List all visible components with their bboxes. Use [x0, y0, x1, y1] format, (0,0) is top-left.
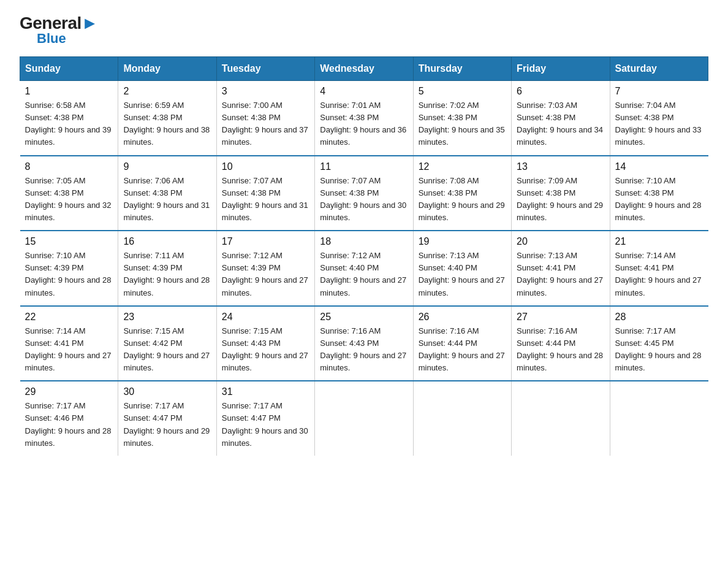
calendar-cell: 22Sunrise: 7:14 AMSunset: 4:41 PMDayligh…: [20, 306, 118, 381]
calendar-cell: 31Sunrise: 7:17 AMSunset: 4:47 PMDayligh…: [216, 381, 314, 456]
day-info: Sunrise: 7:07 AMSunset: 4:38 PMDaylight:…: [320, 175, 408, 224]
day-info: Sunrise: 7:05 AMSunset: 4:38 PMDaylight:…: [25, 175, 113, 224]
calendar-cell: 26Sunrise: 7:16 AMSunset: 4:44 PMDayligh…: [413, 306, 511, 381]
day-info: Sunrise: 7:02 AMSunset: 4:38 PMDaylight:…: [419, 99, 506, 149]
day-number: 5: [419, 86, 506, 97]
calendar-cell: 14Sunrise: 7:10 AMSunset: 4:38 PMDayligh…: [610, 156, 708, 231]
calendar-cell: 15Sunrise: 7:10 AMSunset: 4:39 PMDayligh…: [20, 231, 118, 306]
day-number: 16: [123, 236, 211, 247]
day-number: 29: [25, 386, 113, 397]
day-number: 14: [615, 161, 703, 172]
day-info: Sunrise: 7:14 AMSunset: 4:41 PMDaylight:…: [615, 250, 703, 299]
day-number: 23: [123, 312, 211, 323]
calendar-week-row: 29Sunrise: 7:17 AMSunset: 4:46 PMDayligh…: [20, 381, 708, 456]
calendar-cell: 18Sunrise: 7:12 AMSunset: 4:40 PMDayligh…: [315, 231, 413, 306]
calendar-cell: [610, 381, 708, 456]
calendar-cell: 2Sunrise: 6:59 AMSunset: 4:38 PMDaylight…: [118, 81, 216, 156]
calendar-table: SundayMondayTuesdayWednesdayThursdayFrid…: [20, 56, 708, 456]
calendar-cell: [413, 381, 511, 456]
logo-general-text: General►: [20, 15, 98, 32]
day-info: Sunrise: 7:07 AMSunset: 4:38 PMDaylight:…: [222, 175, 309, 224]
header-day-wednesday: Wednesday: [315, 57, 413, 81]
day-number: 22: [25, 312, 113, 323]
day-info: Sunrise: 7:09 AMSunset: 4:38 PMDaylight:…: [517, 175, 604, 224]
day-info: Sunrise: 7:17 AMSunset: 4:45 PMDaylight:…: [615, 325, 703, 375]
day-info: Sunrise: 7:01 AMSunset: 4:38 PMDaylight:…: [320, 99, 408, 149]
calendar-cell: 23Sunrise: 7:15 AMSunset: 4:42 PMDayligh…: [118, 306, 216, 381]
calendar-cell: 7Sunrise: 7:04 AMSunset: 4:38 PMDaylight…: [610, 81, 708, 156]
calendar-cell: 30Sunrise: 7:17 AMSunset: 4:47 PMDayligh…: [118, 381, 216, 456]
day-info: Sunrise: 7:12 AMSunset: 4:40 PMDaylight:…: [320, 250, 408, 299]
day-number: 31: [222, 386, 309, 397]
day-number: 30: [123, 386, 211, 397]
day-number: 28: [615, 312, 703, 323]
day-info: Sunrise: 7:03 AMSunset: 4:38 PMDaylight:…: [517, 99, 604, 149]
day-info: Sunrise: 7:16 AMSunset: 4:43 PMDaylight:…: [320, 325, 408, 375]
day-number: 10: [222, 161, 309, 172]
day-number: 9: [123, 161, 211, 172]
day-info: Sunrise: 7:00 AMSunset: 4:38 PMDaylight:…: [222, 99, 309, 149]
calendar-cell: 12Sunrise: 7:08 AMSunset: 4:38 PMDayligh…: [413, 156, 511, 231]
logo-blue-text: Blue: [37, 32, 66, 45]
day-info: Sunrise: 6:59 AMSunset: 4:38 PMDaylight:…: [123, 99, 211, 149]
page-header: General► Blue: [20, 15, 708, 45]
header-day-thursday: Thursday: [413, 57, 511, 81]
header-day-tuesday: Tuesday: [216, 57, 314, 81]
calendar-cell: 8Sunrise: 7:05 AMSunset: 4:38 PMDaylight…: [20, 156, 118, 231]
calendar-cell: 4Sunrise: 7:01 AMSunset: 4:38 PMDaylight…: [315, 81, 413, 156]
day-info: Sunrise: 7:17 AMSunset: 4:47 PMDaylight:…: [123, 400, 211, 450]
day-info: Sunrise: 7:06 AMSunset: 4:38 PMDaylight:…: [123, 175, 211, 224]
calendar-cell: 29Sunrise: 7:17 AMSunset: 4:46 PMDayligh…: [20, 381, 118, 456]
day-number: 25: [320, 312, 408, 323]
day-info: Sunrise: 7:08 AMSunset: 4:38 PMDaylight:…: [419, 175, 506, 224]
day-number: 24: [222, 312, 309, 323]
calendar-cell: [315, 381, 413, 456]
day-number: 3: [222, 86, 309, 97]
day-number: 17: [222, 236, 309, 247]
calendar-cell: 9Sunrise: 7:06 AMSunset: 4:38 PMDaylight…: [118, 156, 216, 231]
calendar-week-row: 8Sunrise: 7:05 AMSunset: 4:38 PMDaylight…: [20, 156, 708, 231]
day-number: 11: [320, 161, 408, 172]
day-info: Sunrise: 7:15 AMSunset: 4:42 PMDaylight:…: [123, 325, 211, 375]
day-number: 6: [517, 86, 604, 97]
day-number: 26: [419, 312, 506, 323]
day-info: Sunrise: 7:13 AMSunset: 4:40 PMDaylight:…: [419, 250, 506, 299]
calendar-cell: 16Sunrise: 7:11 AMSunset: 4:39 PMDayligh…: [118, 231, 216, 306]
calendar-cell: 10Sunrise: 7:07 AMSunset: 4:38 PMDayligh…: [216, 156, 314, 231]
calendar-cell: 1Sunrise: 6:58 AMSunset: 4:38 PMDaylight…: [20, 81, 118, 156]
calendar-cell: [512, 381, 610, 456]
day-number: 7: [615, 86, 703, 97]
day-number: 27: [517, 312, 604, 323]
day-info: Sunrise: 7:16 AMSunset: 4:44 PMDaylight:…: [419, 325, 506, 375]
day-info: Sunrise: 7:14 AMSunset: 4:41 PMDaylight:…: [25, 325, 113, 375]
calendar-cell: 21Sunrise: 7:14 AMSunset: 4:41 PMDayligh…: [610, 231, 708, 306]
day-info: Sunrise: 7:15 AMSunset: 4:43 PMDaylight:…: [222, 325, 309, 375]
calendar-cell: 11Sunrise: 7:07 AMSunset: 4:38 PMDayligh…: [315, 156, 413, 231]
calendar-week-row: 22Sunrise: 7:14 AMSunset: 4:41 PMDayligh…: [20, 306, 708, 381]
day-info: Sunrise: 6:58 AMSunset: 4:38 PMDaylight:…: [25, 99, 113, 149]
day-number: 19: [419, 236, 506, 247]
day-info: Sunrise: 7:10 AMSunset: 4:38 PMDaylight:…: [615, 175, 703, 224]
day-info: Sunrise: 7:12 AMSunset: 4:39 PMDaylight:…: [222, 250, 309, 299]
calendar-cell: 3Sunrise: 7:00 AMSunset: 4:38 PMDaylight…: [216, 81, 314, 156]
day-info: Sunrise: 7:16 AMSunset: 4:44 PMDaylight:…: [517, 325, 604, 375]
calendar-cell: 6Sunrise: 7:03 AMSunset: 4:38 PMDaylight…: [512, 81, 610, 156]
calendar-cell: 19Sunrise: 7:13 AMSunset: 4:40 PMDayligh…: [413, 231, 511, 306]
calendar-cell: 25Sunrise: 7:16 AMSunset: 4:43 PMDayligh…: [315, 306, 413, 381]
calendar-cell: 27Sunrise: 7:16 AMSunset: 4:44 PMDayligh…: [512, 306, 610, 381]
calendar-week-row: 15Sunrise: 7:10 AMSunset: 4:39 PMDayligh…: [20, 231, 708, 306]
day-info: Sunrise: 7:17 AMSunset: 4:47 PMDaylight:…: [222, 400, 309, 450]
day-number: 8: [25, 161, 113, 172]
header-day-monday: Monday: [118, 57, 216, 81]
header-day-sunday: Sunday: [20, 57, 118, 81]
header-day-saturday: Saturday: [610, 57, 708, 81]
calendar-header-row: SundayMondayTuesdayWednesdayThursdayFrid…: [20, 57, 708, 81]
day-number: 18: [320, 236, 408, 247]
day-number: 1: [25, 86, 113, 97]
calendar-cell: 5Sunrise: 7:02 AMSunset: 4:38 PMDaylight…: [413, 81, 511, 156]
calendar-cell: 17Sunrise: 7:12 AMSunset: 4:39 PMDayligh…: [216, 231, 314, 306]
day-info: Sunrise: 7:17 AMSunset: 4:46 PMDaylight:…: [25, 400, 113, 450]
day-number: 13: [517, 161, 604, 172]
calendar-week-row: 1Sunrise: 6:58 AMSunset: 4:38 PMDaylight…: [20, 81, 708, 156]
calendar-cell: 13Sunrise: 7:09 AMSunset: 4:38 PMDayligh…: [512, 156, 610, 231]
